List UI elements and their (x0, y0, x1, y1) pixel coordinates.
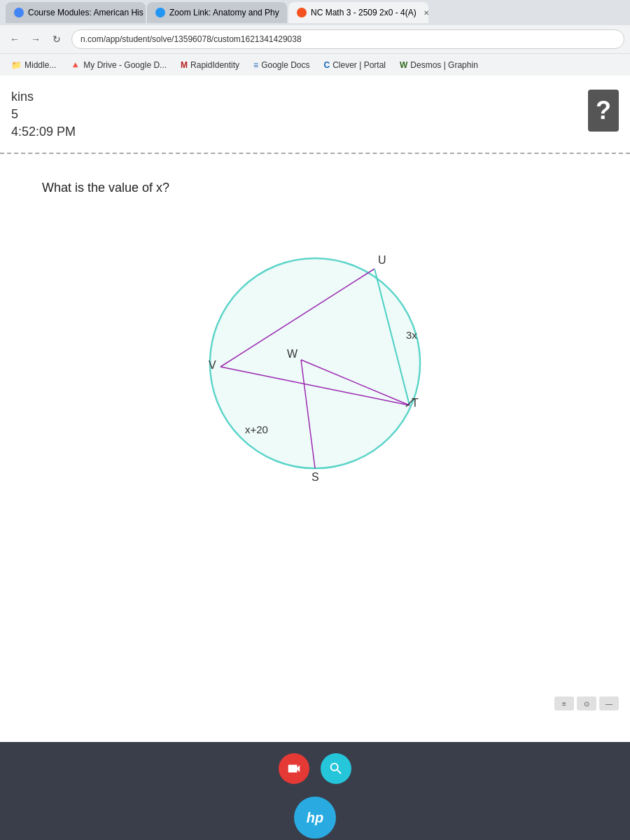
ctrl-btn-circle[interactable]: ⊙ (577, 696, 596, 710)
bookmark-drive-icon: 🔺 (70, 60, 80, 70)
question-area: What is the value of x? (0, 167, 630, 524)
circle-diagram: U T S V W 3x x+20 (168, 216, 462, 510)
search-icon-btn[interactable] (321, 753, 351, 784)
hp-text: hp (307, 810, 323, 826)
page-content: kins 5 4:52:09 PM ? What is the value of… (0, 76, 630, 812)
tab-course-modules[interactable]: Course Modules: American His ✕ (6, 2, 146, 23)
tab-label-3: NC Math 3 - 2509 2x0 - 4(A) (311, 8, 416, 18)
bookmark-middle[interactable]: 📁 Middle... (6, 59, 62, 71)
tab-label-2: Zoom Link: Anatomy and Phy (169, 8, 279, 18)
bookmark-rapid-label: RapidIdentity (190, 60, 239, 70)
bookmark-clever-icon: C (324, 60, 330, 70)
browser-chrome: Course Modules: American His ✕ Zoom Link… (0, 0, 630, 76)
reload-button[interactable]: ↻ (48, 30, 66, 48)
label-V: V (209, 359, 216, 371)
bookmark-rapididentity[interactable]: M RapidIdentity (175, 59, 245, 71)
bottom-controls: ≡ ⊙ — (554, 696, 619, 710)
question-text: What is the value of x? (42, 181, 588, 195)
tab-zoom[interactable]: Zoom Link: Anatomy and Phy ✕ (147, 2, 287, 23)
course-label: kins (11, 90, 76, 104)
hp-logo-area: hp (0, 790, 630, 839)
hp-logo: hp (294, 797, 336, 839)
bookmarks-bar: 📁 Middle... 🔺 My Drive - Google D... M R… (0, 53, 630, 76)
bookmark-my-drive[interactable]: 🔺 My Drive - Google D... (64, 59, 172, 71)
nav-buttons: ← → ↻ (6, 30, 66, 48)
bookmark-google-docs[interactable]: ≡ Google Docs (248, 59, 315, 71)
taskbar-icons-row (0, 742, 630, 790)
label-W: W (287, 348, 298, 360)
tab-favicon-1 (14, 8, 24, 18)
bookmark-middle-label: Middle... (24, 60, 56, 70)
circle-fill (210, 258, 420, 468)
bookmark-docs-label: Google Docs (261, 60, 309, 70)
video-camera-icon[interactable] (279, 753, 309, 784)
dashed-separator (0, 153, 630, 154)
left-info-panel: kins 5 4:52:09 PM (11, 90, 76, 139)
label-U: U (378, 254, 386, 266)
bookmark-desmos-label: Desmos | Graphin (410, 60, 478, 70)
search-icon-svg (328, 761, 344, 776)
bookmark-clever[interactable]: C Clever | Portal (318, 59, 391, 71)
video-icon-svg (286, 761, 302, 776)
ctrl-btn-minus[interactable]: — (599, 696, 619, 710)
help-button[interactable]: ? (588, 90, 619, 132)
bookmark-drive-label: My Drive - Google D... (83, 60, 167, 70)
bookmark-middle-icon: 📁 (11, 60, 22, 70)
address-bar-row: ← → ↻ n.com/app/student/solve/13596078/c… (0, 25, 630, 53)
address-bar[interactable]: n.com/app/student/solve/13596078/custom1… (71, 29, 624, 49)
tab-label-1: Course Modules: American His (28, 8, 144, 18)
tab-bar: Course Modules: American His ✕ Zoom Link… (0, 0, 630, 25)
help-button-label: ? (596, 98, 611, 123)
tab-close-2[interactable]: ✕ (286, 9, 287, 17)
tab-favicon-3 (297, 8, 307, 18)
tab-close-3[interactable]: ✕ (424, 9, 428, 17)
bookmark-clever-label: Clever | Portal (332, 60, 386, 70)
url-text: n.com/app/student/solve/13596078/custom1… (80, 34, 302, 44)
bookmark-desmos-icon: W (400, 60, 407, 70)
timestamp: 4:52:09 PM (11, 125, 76, 139)
question-number: 5 (11, 107, 76, 122)
diagram-container: U T S V W 3x x+20 (42, 216, 588, 510)
label-T: T (412, 397, 419, 409)
back-button[interactable]: ← (6, 30, 24, 48)
forward-button[interactable]: → (27, 30, 45, 48)
label-S: S (312, 471, 319, 483)
bookmark-desmos[interactable]: W Desmos | Graphin (394, 59, 484, 71)
arc-label-3x: 3x (406, 329, 417, 341)
tab-favicon-2 (155, 8, 165, 18)
tab-nc-math[interactable]: NC Math 3 - 2509 2x0 - 4(A) ✕ (288, 2, 428, 23)
taskbar-area: hp (0, 742, 630, 840)
arc-label-x20: x+20 (245, 424, 268, 435)
bookmark-rapid-icon: M (181, 60, 188, 70)
ctrl-btn-menu[interactable]: ≡ (554, 696, 574, 710)
bookmark-docs-icon: ≡ (253, 60, 258, 70)
